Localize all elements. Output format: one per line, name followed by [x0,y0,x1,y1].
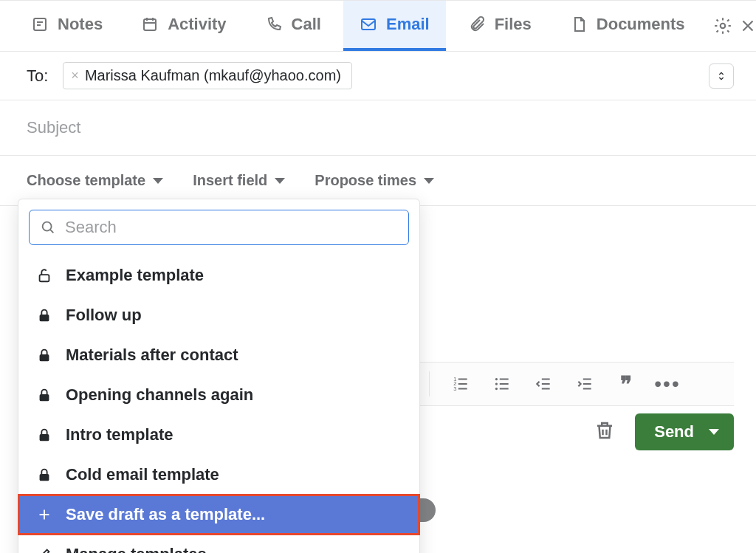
to-row: To: × Marissa Kaufman (mkauf@yhaoo.com) [0,52,756,100]
outdent-icon [534,374,553,394]
indent-icon [575,374,594,394]
tab-bar: Notes Activity Call Email Files Document… [0,0,756,52]
quote-button[interactable]: ❞ [616,374,636,394]
tab-activity[interactable]: Activity [125,1,242,51]
compose-actions: Send [594,413,734,450]
discard-button[interactable] [594,419,616,444]
close-button[interactable] [738,13,756,39]
template-item-cold[interactable]: Cold email template [18,455,419,495]
save-draft-label: Save draft as a template... [66,505,265,524]
document-icon [570,16,588,33]
template-item-materials[interactable]: Materials after contact [18,335,419,375]
recipient-name: Marissa Kaufman (mkauf@yhaoo.com) [85,67,341,84]
menubtn-label: Propose times [315,172,416,189]
tab-label: Email [386,15,430,34]
outdent-button[interactable] [533,374,554,394]
subject-placeholder: Subject [27,118,80,137]
more-format-button[interactable]: ••• [657,374,678,394]
svg-rect-9 [40,434,49,441]
compose-menubar: Choose template Insert field Propose tim… [0,156,756,206]
propose-times-button[interactable]: Propose times [315,172,434,189]
calendar-icon [141,16,159,33]
tab-files[interactable]: Files [452,1,548,51]
tab-notes[interactable]: Notes [15,1,119,51]
close-icon [738,16,756,35]
svg-rect-1 [144,19,156,30]
svg-point-3 [720,24,725,29]
recipient-chip[interactable]: × Marissa Kaufman (mkauf@yhaoo.com) [63,62,352,89]
svg-rect-7 [40,354,49,361]
search-icon [40,219,56,236]
manage-templates-label: Manage templates [66,545,207,553]
expand-recipients-button[interactable] [709,63,734,89]
chevron-down-icon [424,178,434,184]
sort-icon [715,70,727,82]
tab-label: Activity [168,15,226,34]
subject-row[interactable]: Subject [0,100,756,156]
svg-point-14 [495,378,498,380]
template-item-label: Opening channels again [66,385,253,405]
svg-rect-6 [40,315,49,321]
ordered-list-button[interactable]: 123 [450,374,471,394]
svg-rect-5 [40,275,49,281]
unordered-list-icon [492,374,512,394]
tab-label: Notes [58,15,103,34]
unordered-list-button[interactable] [492,374,512,394]
template-item-intro[interactable]: Intro template [18,415,419,455]
chevron-down-icon [275,178,285,184]
lock-icon [36,307,52,323]
gear-icon [713,16,732,35]
trash-icon [594,419,616,442]
tab-call[interactable]: Call [249,1,337,51]
template-item-example[interactable]: Example template [18,255,419,295]
save-draft-as-template[interactable]: Save draft as a template... [18,495,419,535]
chevron-down-icon [153,178,163,184]
insert-field-button[interactable]: Insert field [193,172,285,189]
tab-documents[interactable]: Documents [554,1,701,51]
menubtn-label: Insert field [193,172,267,189]
manage-templates[interactable]: Manage templates [18,535,419,553]
chevron-down-icon [709,429,719,435]
divider [429,371,430,396]
svg-point-15 [495,382,498,385]
indent-button[interactable] [574,374,595,394]
template-item-opening[interactable]: Opening channels again [18,375,419,415]
more-icon: ••• [654,372,680,396]
lock-icon [36,347,52,363]
tab-label: Call [292,15,321,34]
to-label: To: [27,66,48,86]
email-icon [360,16,377,33]
svg-rect-10 [40,474,49,481]
tab-label: Files [495,15,532,34]
template-item-label: Materials after contact [66,346,238,365]
svg-rect-2 [362,19,375,30]
menubtn-label: Choose template [27,172,145,189]
format-toolbar: 123 ❞ ••• [413,362,734,406]
template-search-input[interactable] [65,218,398,237]
template-item-followup[interactable]: Follow up [18,295,419,335]
send-button[interactable]: Send [635,413,734,450]
pencil-icon [36,546,52,553]
plus-icon [36,506,52,523]
lock-icon [36,427,52,443]
template-dropdown: Example template Follow up Materials aft… [18,199,420,553]
tab-email[interactable]: Email [343,1,446,51]
remove-recipient-icon[interactable]: × [71,68,79,83]
svg-text:3: 3 [453,385,456,392]
template-search[interactable] [29,210,409,245]
template-item-label: Follow up [66,306,142,325]
phone-icon [265,16,283,33]
choose-template-button[interactable]: Choose template [27,172,163,189]
template-item-label: Intro template [66,425,173,444]
svg-point-4 [43,222,52,231]
quote-icon: ❞ [620,371,632,397]
unlock-icon [36,267,52,284]
lock-icon [36,387,52,403]
send-label: Send [654,422,694,442]
settings-button[interactable] [713,13,732,39]
svg-rect-8 [40,394,49,401]
ordered-list-icon: 123 [451,374,470,394]
template-item-label: Cold email template [66,465,219,484]
lock-icon [36,467,52,483]
svg-point-16 [495,388,498,390]
